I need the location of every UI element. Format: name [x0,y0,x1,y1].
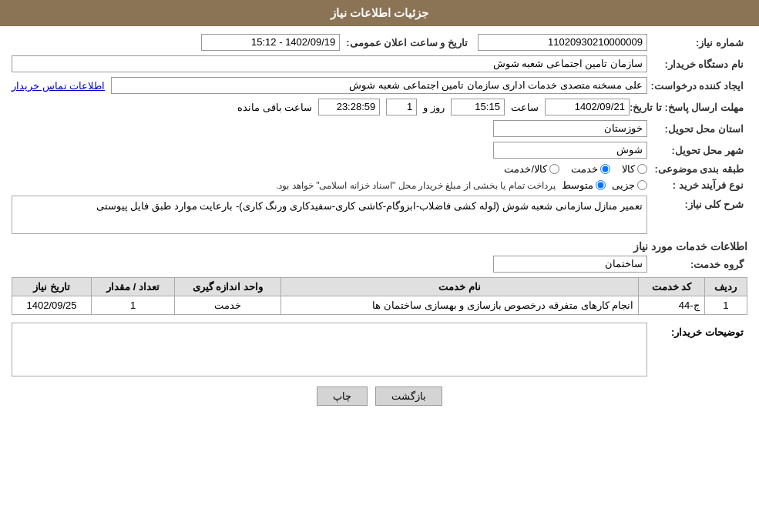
category-label: طبقه بندی موضوعی: [647,163,747,175]
province-row: استان محل تحویل: خوزستان [12,120,747,137]
remaining-label: ساعت باقی مانده [237,102,312,113]
remaining-value: 23:28:59 [318,99,380,115]
cell-unit: خدمت [175,296,281,315]
need-number-label: شماره نیاز: [647,37,747,49]
creator-value: علی مسخنه متصدی خدمات اداری سازمان تامین… [111,77,647,94]
response-deadline-row: مهلت ارسال پاسخ: تا تاریخ: 1402/09/21 سا… [12,99,747,115]
process-note: پرداخت تمام یا بخشی از مبلغ خریدار محل "… [276,180,556,191]
col-quantity: تعداد / مقدار [92,278,175,296]
process-option-medium[interactable]: متوسط [562,179,606,191]
response-day-value: 1 [386,99,417,115]
page-title: جزئیات اطلاعات نیاز [331,6,428,19]
back-button[interactable]: بازگشت [375,386,442,406]
category-radio-service[interactable] [600,164,610,174]
province-value: خوزستان [493,120,647,137]
city-value: شوش [493,142,647,159]
announcement-date-label: تاریخ و ساعت اعلان عمومی: [346,37,472,49]
response-time-label: ساعت [511,102,539,113]
cell-service-name: انجام کارهای متفرقه درخصوص بازسازی و بهس… [280,296,639,315]
buyer-desc-textarea[interactable] [12,323,647,376]
col-row-num: ردیف [704,278,747,296]
page-header: جزئیات اطلاعات نیاز [0,0,759,26]
services-table: ردیف کد خدمت نام خدمت واحد اندازه گیری ت… [12,277,747,315]
contact-link[interactable]: اطلاعات تماس خریدار [12,80,105,92]
buyer-name-value: سازمان تامین اجتماعی شعبه شوش [12,55,647,72]
col-date: تاریخ نیاز [12,278,92,296]
col-service-code: کد خدمت [639,278,704,296]
category-radio-group: کالا خدمت کالا/خدمت [12,163,647,175]
response-time-value: 15:15 [451,99,505,115]
category-radio-both[interactable] [549,164,559,174]
buyer-name-row: نام دستگاه خریدار: سازمان تامین اجتماعی … [12,55,747,72]
process-medium-label: متوسط [562,179,593,191]
service-group-label: گروه خدمت: [647,259,747,270]
category-row: طبقه بندی موضوعی: کالا خدمت کالا/خدمت [12,163,747,175]
cell-service-code: ج-44 [639,296,704,315]
buyer-desc-container: توضیحات خریدار: [12,323,747,379]
need-number-row: شماره نیاز: 11020930210000009 تاریخ و سا… [12,34,747,51]
cell-date: 1402/09/25 [12,296,92,315]
city-row: شهر محل تحویل: شوش [12,142,747,159]
bottom-buttons: بازگشت چاپ [12,386,747,417]
category-goods-label: کالا [622,163,635,175]
creator-label: ایجاد کننده درخواست: [647,80,747,92]
cell-quantity: 1 [92,296,175,315]
category-option-service[interactable]: خدمت [571,163,610,175]
response-deadline-label: مهلت ارسال پاسخ: تا تاریخ: [630,102,747,113]
need-number-value: 11020930210000009 [478,34,647,51]
category-option-goods[interactable]: کالا [622,163,647,175]
buyer-name-label: نام دستگاه خریدار: [647,59,747,70]
category-service-label: خدمت [571,163,598,175]
province-label: استان محل تحویل: [647,123,747,135]
creator-row: ایجاد کننده درخواست: علی مسخنه متصدی خدم… [12,77,747,94]
col-unit: واحد اندازه گیری [175,278,281,296]
category-option-both[interactable]: کالا/خدمت [504,163,559,175]
cell-row-num: 1 [704,296,747,315]
description-label: شرح کلی نیاز: [647,196,747,210]
description-container: شرح کلی نیاز: تعمیر منازل سازمانی شعبه ش… [12,196,747,234]
category-both-label: کالا/خدمت [504,163,547,175]
process-type-label: نوع فرآیند خرید : [647,179,747,191]
category-radio-goods[interactable] [637,164,647,174]
response-date-value: 1402/09/21 [545,99,630,115]
process-option-partial[interactable]: جزیی [612,179,647,191]
announcement-date-value: 1402/09/19 - 15:12 [201,34,340,51]
process-radio-medium[interactable] [596,180,606,190]
service-group-row: گروه خدمت: ساختمان [12,256,747,273]
process-radio-partial[interactable] [637,180,647,190]
process-type-row: نوع فرآیند خرید : جزیی متوسط پرداخت تمام… [12,179,747,191]
description-value: تعمیر منازل سازمانی شعبه شوش (لوله کشی ف… [12,196,647,234]
service-group-value: ساختمان [493,256,647,273]
print-button[interactable]: چاپ [317,386,368,406]
city-label: شهر محل تحویل: [647,145,747,156]
response-day-label: روز و [423,102,445,113]
table-row: 1 ج-44 انجام کارهای متفرقه درخصوص بازساز… [12,296,747,315]
col-service-name: نام خدمت [280,278,639,296]
buyer-desc-label: توضیحات خریدار: [647,323,747,338]
table-header-row: ردیف کد خدمت نام خدمت واحد اندازه گیری ت… [12,278,747,296]
process-partial-label: جزیی [612,179,635,191]
services-info-title: اطلاعات خدمات مورد نیاز [12,240,747,253]
